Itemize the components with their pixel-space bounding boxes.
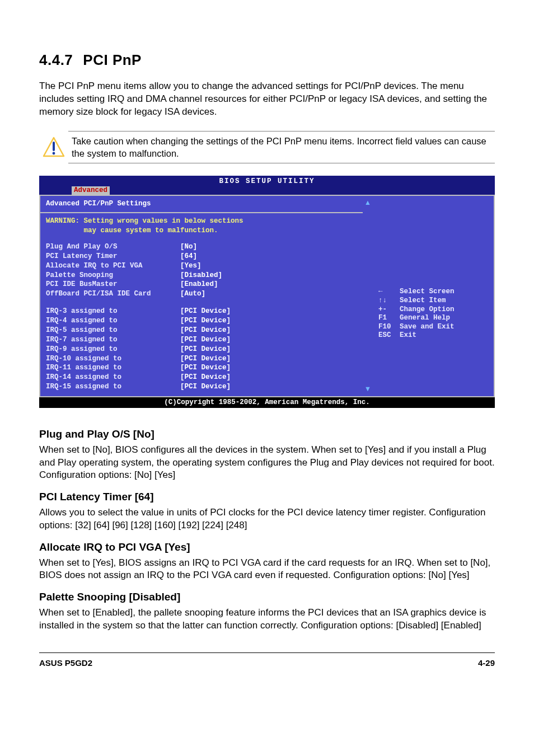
setting-label: OffBoard PCI/ISA IDE Card (46, 289, 180, 299)
bios-warning-line: may cause system to malfunction. (46, 226, 357, 236)
bios-setting-row[interactable]: IRQ-3 assigned to[PCI Device] (46, 307, 357, 316)
setting-value: [PCI Device] (180, 326, 231, 335)
bios-setting-row[interactable]: Allocate IRQ to PCI VGA[Yes] (46, 261, 357, 271)
divider (68, 131, 495, 132)
setting-label: IRQ-3 assigned to (46, 307, 180, 316)
help-desc: Select Item (400, 297, 446, 306)
setting-heading: Allocate IRQ to PCI VGA [Yes] (39, 540, 495, 555)
caution-icon (39, 136, 68, 158)
bios-right-pane: ←Select Screen ↑↓Select Item +-Change Op… (373, 195, 495, 397)
bios-irq-block: IRQ-3 assigned to[PCI Device] IRQ-4 assi… (46, 307, 357, 392)
bios-setting-row[interactable]: Palette Snooping[Disabled] (46, 271, 357, 280)
help-row: +-Change Option (378, 306, 488, 314)
setting-value: [Auto] (180, 289, 205, 299)
setting-label: Allocate IRQ to PCI VGA (46, 261, 180, 271)
bios-tabs: Advanced (39, 186, 495, 195)
setting-label: IRQ-11 assigned to (46, 363, 180, 373)
bios-left-pane: Advanced PCI/PnP Settings WARNING: Setti… (39, 195, 363, 397)
bios-divider (40, 212, 363, 213)
help-desc: Save and Exit (400, 323, 455, 332)
footer-right: 4-29 (478, 658, 495, 669)
help-key: F10 (378, 323, 400, 332)
help-desc: General Help (400, 314, 450, 323)
scroll-down-icon[interactable]: ▼ (364, 384, 371, 394)
bios-setting-row[interactable]: PCI Latency Timer[64] (46, 252, 357, 261)
bios-setting-row[interactable]: IRQ-11 assigned to[PCI Device] (46, 363, 357, 373)
bios-footer: (C)Copyright 1985-2002, American Megatre… (39, 397, 495, 408)
bios-header: BIOS SETUP UTILITY (39, 176, 495, 186)
scroll-up-icon[interactable]: ▲ (364, 198, 371, 208)
setting-heading: PCI Latency Timer [64] (39, 490, 495, 504)
bios-screenshot: BIOS SETUP UTILITY Advanced Advanced PCI… (39, 176, 495, 408)
caution-box: Take caution when changing the settings … (39, 131, 495, 164)
help-key: F1 (378, 314, 400, 323)
bios-setting-row[interactable]: IRQ-7 assigned to[PCI Device] (46, 335, 357, 345)
help-row: F1General Help (378, 314, 488, 323)
setting-value: [Yes] (180, 261, 202, 271)
footer-left: ASUS P5GD2 (39, 658, 92, 669)
setting-value: [Enabled] (180, 280, 218, 289)
bios-setting-row[interactable]: IRQ-9 assigned to[PCI Device] (46, 345, 357, 354)
bios-setting-row[interactable]: IRQ-14 assigned to[PCI Device] (46, 373, 357, 382)
setting-label: IRQ-5 assigned to (46, 326, 180, 335)
bios-setting-row[interactable]: IRQ-15 assigned to[PCI Device] (46, 382, 357, 392)
section-intro: The PCI PnP menu items allow you to chan… (39, 80, 495, 119)
help-row: ESCExit (378, 331, 488, 340)
setting-value: [PCI Device] (180, 345, 231, 354)
setting-value: [PCI Device] (180, 363, 231, 373)
setting-value: [64] (180, 252, 197, 261)
bios-subtitle: Advanced PCI/PnP Settings (46, 199, 357, 209)
help-key: ESC (378, 331, 400, 340)
help-key: ↑↓ (378, 297, 400, 306)
bios-setting-row[interactable]: OffBoard PCI/ISA IDE Card[Auto] (46, 289, 357, 299)
setting-body: Allows you to select the value in units … (39, 506, 495, 532)
help-key: +- (378, 306, 400, 314)
setting-body: When set to [No], BIOS configures all th… (39, 444, 495, 482)
setting-label: IRQ-14 assigned to (46, 373, 180, 382)
setting-value: [PCI Device] (180, 316, 231, 326)
setting-label: PCI IDE BusMaster (46, 280, 180, 289)
svg-point-2 (53, 152, 55, 155)
setting-value: [PCI Device] (180, 354, 231, 364)
bios-setting-row[interactable]: IRQ-10 assigned to[PCI Device] (46, 354, 357, 364)
section-title-text: PCI PnP (83, 51, 142, 68)
bios-setting-row[interactable]: IRQ-4 assigned to[PCI Device] (46, 316, 357, 326)
setting-value: [PCI Device] (180, 307, 231, 316)
caution-text: Take caution when changing the settings … (68, 132, 495, 163)
divider (68, 163, 495, 163)
bios-scrollbar[interactable]: ▲ ▼ (363, 195, 373, 397)
setting-value: [No] (180, 242, 197, 252)
setting-heading: Palette Snooping [Disabled] (39, 590, 495, 604)
bios-settings-block: Plug And Play O/S[No] PCI Latency Timer[… (46, 242, 357, 299)
setting-value: [Disabled] (180, 271, 222, 280)
help-row: F10Save and Exit (378, 323, 488, 332)
help-desc: Change Option (400, 306, 455, 314)
bios-setting-row[interactable]: PCI IDE BusMaster[Enabled] (46, 280, 357, 289)
setting-label: IRQ-7 assigned to (46, 335, 180, 345)
page-footer: ASUS P5GD2 4-29 (39, 652, 495, 669)
setting-label: Plug And Play O/S (46, 242, 180, 252)
setting-label: Palette Snooping (46, 271, 180, 280)
setting-label: IRQ-10 assigned to (46, 354, 180, 364)
help-desc: Exit (400, 331, 416, 340)
bios-setting-row[interactable]: Plug And Play O/S[No] (46, 242, 357, 252)
setting-value: [PCI Device] (180, 373, 231, 382)
setting-label: IRQ-9 assigned to (46, 345, 180, 354)
setting-body: When set to [Enabled], the pallete snoop… (39, 607, 495, 632)
bios-setting-row[interactable]: IRQ-5 assigned to[PCI Device] (46, 326, 357, 335)
section-heading: 4.4.7PCI PnP (39, 50, 495, 70)
setting-label: IRQ-15 assigned to (46, 382, 180, 392)
setting-body: When set to [Yes], BIOS assigns an IRQ t… (39, 557, 495, 583)
section-number: 4.4.7 (39, 51, 73, 68)
setting-value: [PCI Device] (180, 335, 231, 345)
bios-help-keys: ←Select Screen ↑↓Select Item +-Change Op… (378, 288, 488, 340)
help-key: ← (378, 288, 400, 297)
help-row: ↑↓Select Item (378, 297, 488, 306)
setting-label: PCI Latency Timer (46, 252, 180, 261)
setting-label: IRQ-4 assigned to (46, 316, 180, 326)
help-row: ←Select Screen (378, 288, 488, 297)
bios-warning-line: WARNING: Setting wrong values in below s… (46, 217, 357, 226)
bios-active-tab[interactable]: Advanced (72, 186, 110, 195)
setting-value: [PCI Device] (180, 382, 231, 392)
bios-warning: WARNING: Setting wrong values in below s… (46, 217, 357, 236)
